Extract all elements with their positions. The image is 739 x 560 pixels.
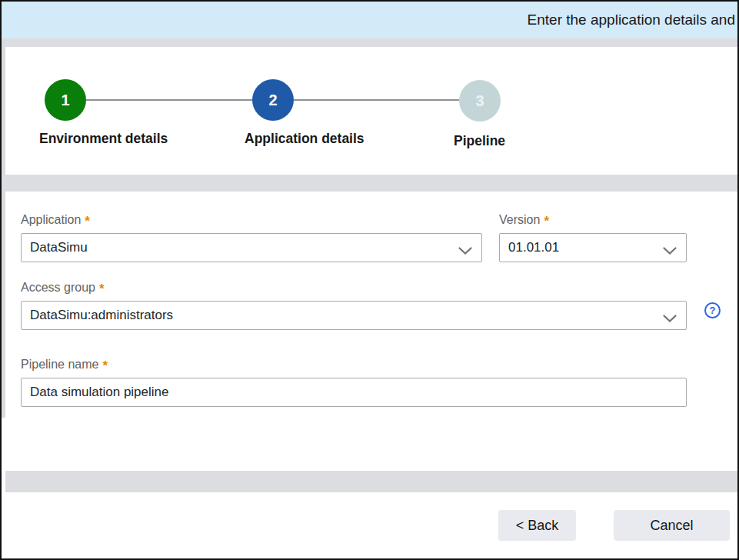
step-number: 2 bbox=[268, 92, 277, 109]
footer-action-bar: < Back Cancel bbox=[2, 492, 737, 558]
instruction-bar: Enter the application details and bbox=[2, 2, 737, 38]
help-icon[interactable]: ? bbox=[704, 302, 721, 318]
wizard-dialog: Enter the application details and 1 2 3 … bbox=[0, 0, 739, 560]
step-label-pipeline: Pipeline bbox=[454, 133, 505, 149]
access-group-select[interactable]: DataSimu:administrators bbox=[21, 301, 687, 330]
required-marker: * bbox=[102, 358, 108, 373]
version-label: Version* bbox=[499, 212, 549, 228]
step-number: 1 bbox=[61, 92, 69, 109]
cancel-button[interactable]: Cancel bbox=[614, 510, 730, 541]
step-connector-1-2 bbox=[86, 99, 252, 101]
access-group-label-text: Access group bbox=[21, 281, 95, 294]
step-label-environment-details: Environment details bbox=[39, 131, 168, 147]
stepper: 1 2 3 Environment details Application de… bbox=[5, 47, 737, 175]
application-details-form: Application* DataSimu Version* 01.01.01 … bbox=[5, 192, 737, 471]
required-marker: * bbox=[85, 214, 90, 228]
pipeline-name-label: Pipeline name* bbox=[21, 357, 108, 372]
pipeline-name-label-text: Pipeline name bbox=[21, 358, 98, 371]
application-label: Application* bbox=[21, 212, 90, 228]
required-marker: * bbox=[544, 214, 549, 228]
access-group-select-value: DataSimu:administrators bbox=[30, 308, 173, 323]
separator-band-bottom bbox=[5, 471, 737, 492]
step-label-application-details: Application details bbox=[245, 131, 365, 147]
version-select[interactable]: 01.01.01 bbox=[499, 233, 687, 262]
chevron-down-icon bbox=[663, 312, 677, 327]
required-marker: * bbox=[99, 282, 105, 296]
application-select-value: DataSimu bbox=[30, 240, 88, 255]
access-group-label: Access group* bbox=[21, 280, 105, 295]
chevron-down-icon bbox=[663, 244, 677, 259]
application-select[interactable]: DataSimu bbox=[21, 233, 482, 262]
application-label-text: Application bbox=[21, 213, 81, 226]
step-circle-pipeline[interactable]: 3 bbox=[459, 80, 501, 122]
step-circle-environment-details[interactable]: 1 bbox=[45, 79, 86, 121]
step-connector-2-3 bbox=[294, 99, 459, 101]
pipeline-name-input[interactable] bbox=[21, 378, 687, 407]
version-select-value: 01.01.01 bbox=[508, 240, 559, 255]
separator-band-middle bbox=[2, 175, 737, 192]
version-label-text: Version bbox=[499, 213, 540, 226]
instruction-text: Enter the application details and bbox=[528, 12, 735, 28]
step-circle-application-details[interactable]: 2 bbox=[252, 79, 294, 121]
back-button[interactable]: < Back bbox=[498, 510, 576, 541]
chevron-down-icon bbox=[458, 244, 472, 259]
step-number: 3 bbox=[475, 92, 484, 110]
